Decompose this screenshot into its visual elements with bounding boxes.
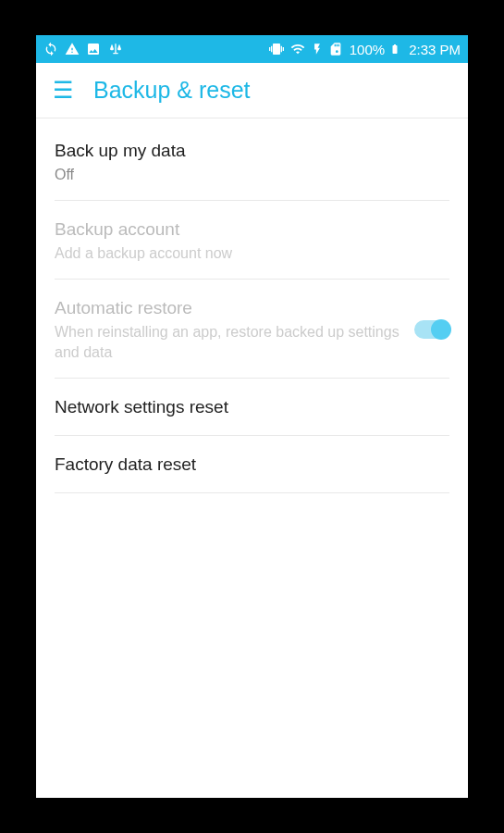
- setting-title: Back up my data: [55, 139, 449, 163]
- automatic-restore-toggle: [414, 320, 449, 339]
- battery-icon: [389, 42, 400, 56]
- setting-factory-reset[interactable]: Factory data reset: [55, 436, 449, 493]
- battery-percentage: 100%: [350, 42, 385, 57]
- status-bar-left: [43, 42, 124, 56]
- balance-icon: [107, 42, 124, 56]
- settings-list: Back up my data Off Backup account Add a…: [36, 118, 468, 798]
- setting-subtitle: Add a backup account now: [55, 243, 449, 264]
- setting-subtitle: Off: [55, 165, 449, 185]
- status-bar-right: 100% 2:33 PM: [268, 42, 461, 57]
- app-header: ☰ Backup & reset: [36, 63, 468, 118]
- status-bar: 100% 2:33 PM: [36, 35, 468, 63]
- hamburger-menu-icon[interactable]: ☰: [53, 79, 73, 102]
- image-icon: [86, 42, 101, 56]
- setting-title: Network settings reset: [55, 395, 449, 419]
- setting-automatic-restore: Automatic restore When reinstalling an a…: [55, 280, 449, 379]
- setting-title: Backup account: [55, 218, 449, 242]
- vibrate-icon: [268, 42, 285, 56]
- setting-network-reset[interactable]: Network settings reset: [55, 379, 449, 436]
- setting-title: Factory data reset: [55, 453, 449, 477]
- sd-card-icon: [328, 42, 343, 56]
- setting-title: Automatic restore: [55, 296, 401, 320]
- clock-time: 2:33 PM: [409, 42, 461, 57]
- setting-subtitle: When reinstalling an app, restore backed…: [55, 322, 401, 362]
- device-frame: 100% 2:33 PM ☰ Backup & reset Back up my…: [36, 35, 468, 798]
- page-title: Backup & reset: [93, 77, 251, 104]
- wifi-icon: [289, 42, 306, 56]
- setting-backup-account: Backup account Add a backup account now: [55, 201, 449, 280]
- data-icon: [311, 42, 324, 56]
- warning-icon: [65, 42, 80, 56]
- sync-icon: [43, 42, 58, 56]
- setting-backup-my-data[interactable]: Back up my data Off: [55, 118, 449, 201]
